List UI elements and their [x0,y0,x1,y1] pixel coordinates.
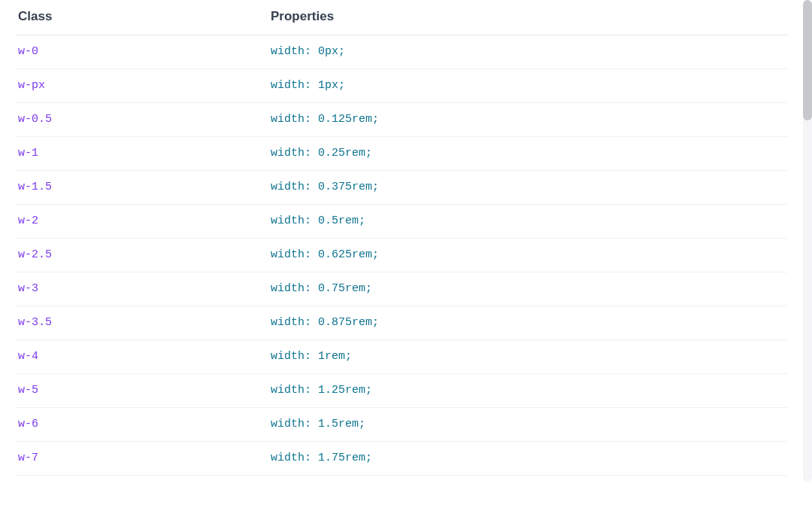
scrollbar-track[interactable] [803,0,812,482]
css-property-cell: width: 0.75rem; [268,272,788,306]
css-property-cell: width: 0px; [268,35,788,69]
table-row: w-6width: 1.5rem; [15,408,788,442]
css-property-cell: width: 1px; [268,69,788,103]
css-property-cell: width: 1.75rem; [268,442,788,476]
table-row: w-pxwidth: 1px; [15,69,788,103]
css-property-cell: width: 1.25rem; [268,374,788,408]
scrollbar-thumb[interactable] [803,0,812,120]
class-name-cell: w-3.5 [15,306,268,340]
table-row: w-5width: 1.25rem; [15,374,788,408]
class-name-cell: w-1 [15,137,268,171]
table-row: w-0.5width: 0.125rem; [15,103,788,137]
table-row: w-2.5width: 0.625rem; [15,239,788,272]
table-row: w-3.5width: 0.875rem; [15,306,788,340]
table-row: w-4width: 1rem; [15,340,788,374]
class-name-cell: w-px [15,69,268,103]
class-name-cell: w-0.5 [15,103,268,137]
css-property-cell: width: 0.5rem; [268,205,788,239]
class-name-cell: w-2 [15,205,268,239]
css-property-cell: width: 1rem; [268,340,788,374]
reference-table-container[interactable]: Class Properties w-0width: 0px;w-pxwidth… [0,0,803,482]
class-name-cell: w-0 [15,35,268,69]
css-property-cell: width: 0.25rem; [268,137,788,171]
css-property-cell: width: 0.625rem; [268,239,788,272]
table-body: w-0width: 0px;w-pxwidth: 1px;w-0.5width:… [15,35,788,482]
class-name-cell: w-7 [15,442,268,476]
class-name-cell: w-5 [15,374,268,408]
css-property-cell: width: 0.125rem; [268,103,788,137]
table-header-class: Class [15,0,268,35]
table-row: w-0width: 0px; [15,35,788,69]
table-row: w-1width: 0.25rem; [15,137,788,171]
table-header-properties: Properties [268,0,788,35]
class-name-cell: w-1.5 [15,171,268,205]
css-property-cell: width: 2rem; [268,476,788,482]
class-name-cell: w-2.5 [15,239,268,272]
table-row: w-3width: 0.75rem; [15,272,788,306]
css-property-cell: width: 1.5rem; [268,408,788,442]
table-row: w-1.5width: 0.375rem; [15,171,788,205]
table-row: w-2width: 0.5rem; [15,205,788,239]
table-row: w-8width: 2rem; [15,476,788,482]
css-property-cell: width: 0.875rem; [268,306,788,340]
css-property-cell: width: 0.375rem; [268,171,788,205]
class-name-cell: w-8 [15,476,268,482]
width-reference-table: Class Properties w-0width: 0px;w-pxwidth… [15,0,788,482]
class-name-cell: w-6 [15,408,268,442]
table-row: w-7width: 1.75rem; [15,442,788,476]
class-name-cell: w-4 [15,340,268,374]
class-name-cell: w-3 [15,272,268,306]
